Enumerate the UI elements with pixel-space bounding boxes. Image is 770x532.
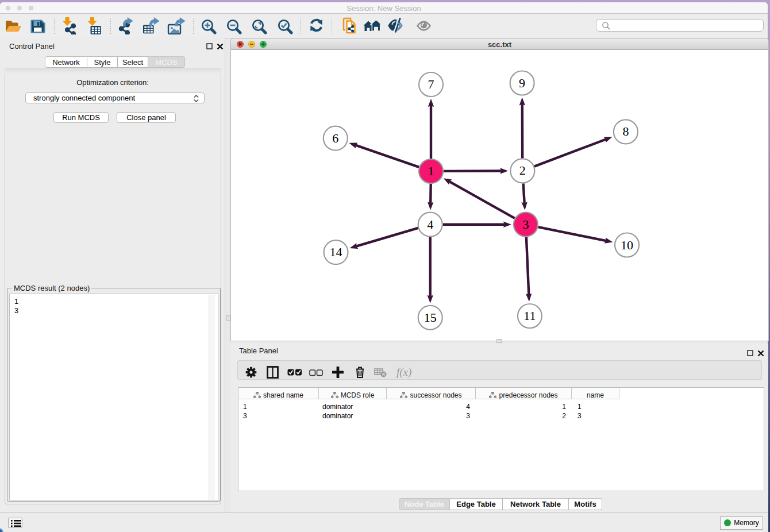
svg-text:8: 8 [622,124,629,138]
svg-text:10: 10 [621,238,633,252]
svg-text:f(x): f(x) [396,367,411,379]
svg-text:14: 14 [330,245,342,259]
svg-text:1: 1 [428,164,434,178]
svg-text:9: 9 [519,76,525,90]
svg-text:15: 15 [424,310,437,325]
svg-text:11: 11 [523,309,536,323]
svg-text:4: 4 [427,217,433,232]
svg-text:3: 3 [522,217,529,232]
svg-text:6: 6 [332,131,338,145]
svg-text:7: 7 [428,77,434,91]
svg-text:2: 2 [519,163,526,178]
